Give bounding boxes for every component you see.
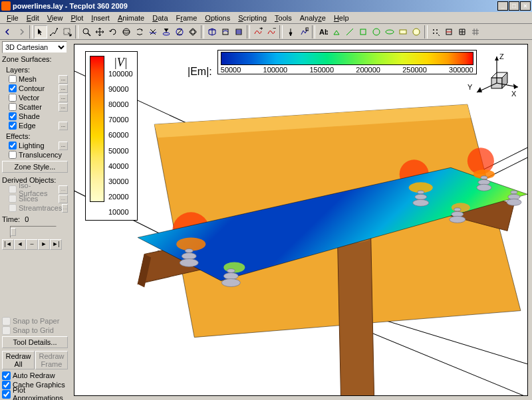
svg-point-25 — [433, 33, 434, 34]
contour-remove-tool[interactable]: − — [265, 25, 278, 39]
plot-type-select[interactable]: 3D Cartesian — [2, 41, 67, 53]
menu-scripting[interactable]: Scripting — [234, 13, 271, 23]
svg-point-19 — [373, 29, 380, 35]
extract-slice-tool[interactable] — [442, 25, 456, 39]
plot-canvas[interactable]: |V| 100000 90000 80000 70000 60000 50000… — [74, 44, 528, 396]
menu-options[interactable]: Options — [201, 13, 234, 23]
menu-analyze[interactable]: Analyze — [296, 13, 330, 23]
slices-label: Slices — [19, 195, 38, 203]
vcr-stop-button[interactable]: – — [26, 239, 38, 250]
svg-text:Ab: Ab — [319, 28, 328, 36]
menu-edit[interactable]: Edit — [23, 13, 43, 23]
vector-checkbox[interactable] — [9, 94, 17, 102]
geometry-circle-tool[interactable] — [370, 25, 383, 39]
vector-label: Vector — [19, 94, 39, 102]
twist-tool[interactable] — [133, 25, 146, 39]
grid-tool[interactable] — [456, 25, 469, 39]
contour-add-tool[interactable]: + — [251, 25, 265, 39]
create-circ-zone-tool[interactable] — [410, 25, 423, 39]
geometry-line-tool[interactable] — [330, 25, 343, 39]
svg-point-44 — [185, 249, 193, 252]
scatter-checkbox[interactable] — [9, 103, 17, 111]
pointer-tool[interactable] — [34, 25, 47, 39]
zoom-tool[interactable] — [80, 25, 93, 39]
streamtraces-details-button[interactable]: ... — [62, 204, 68, 213]
menu-insert[interactable]: Insert — [87, 13, 114, 23]
mesh-checkbox[interactable] — [9, 75, 17, 83]
group-select-tool[interactable] — [61, 25, 74, 39]
legend-v-tick: 100000 — [108, 70, 133, 78]
geometry-square-tool[interactable] — [356, 25, 370, 39]
contour-details-button[interactable]: ... — [59, 84, 68, 93]
text-tool[interactable]: Ab — [317, 25, 330, 39]
rotate-tool[interactable] — [106, 25, 120, 39]
tool-details-button[interactable]: Tool Details... — [2, 336, 68, 348]
vcr-play-button[interactable]: ► — [38, 239, 50, 250]
redraw-frame-button[interactable]: Redraw Frame — [35, 351, 68, 369]
vector-details-button[interactable]: ... — [59, 94, 68, 102]
vcr-first-button[interactable]: |◄ — [2, 239, 14, 250]
slices-checkbox — [9, 195, 17, 203]
adjust-tool[interactable] — [47, 25, 61, 39]
cache-graphics-checkbox[interactable] — [2, 381, 11, 389]
edge-checkbox[interactable] — [9, 122, 17, 130]
iso-surfaces-details-button[interactable]: ... — [59, 185, 68, 194]
lighting-checkbox[interactable] — [9, 142, 17, 150]
redo-button[interactable] — [15, 25, 28, 39]
translucency-checkbox[interactable] — [9, 151, 17, 159]
legend-h-tick: 100000 — [263, 66, 288, 74]
vcr-last-button[interactable]: ►| — [50, 239, 62, 250]
close-button[interactable]: × — [520, 1, 531, 11]
legend-h-tick: 250000 — [402, 66, 427, 74]
mesh-details-button[interactable]: ... — [59, 75, 68, 84]
contour-checkbox[interactable] — [9, 84, 17, 92]
menu-help[interactable]: Help — [330, 13, 353, 23]
streamtrace-rake-tool[interactable] — [232, 25, 245, 39]
create-rect-zone-tool[interactable] — [396, 25, 410, 39]
probe-tool[interactable] — [284, 25, 297, 39]
svg-point-7 — [163, 33, 170, 35]
lighting-label: Lighting — [19, 142, 45, 150]
menu-view[interactable]: View — [43, 13, 67, 23]
svg-point-26 — [436, 33, 438, 34]
translate-tool[interactable] — [93, 25, 106, 39]
auto-redraw-label: Auto Redraw — [13, 371, 55, 379]
rotate-y-tool[interactable] — [160, 25, 173, 39]
menu-plot[interactable]: Plot — [66, 13, 87, 23]
rotate-z-tool[interactable] — [173, 25, 186, 39]
shade-checkbox[interactable] — [9, 112, 17, 120]
menu-data[interactable]: Data — [148, 13, 172, 23]
menu-tools[interactable]: Tools — [271, 13, 296, 23]
menu-animate[interactable]: Animate — [114, 13, 148, 23]
maximize-button[interactable]: □ — [509, 1, 519, 11]
undo-button[interactable] — [1, 25, 15, 39]
plot-approx-checkbox[interactable] — [2, 390, 11, 399]
rotate-x-tool[interactable] — [146, 25, 160, 39]
minimize-button[interactable]: _ — [497, 1, 508, 11]
scatter-details-button[interactable]: ... — [59, 103, 68, 112]
svg-rect-18 — [360, 29, 366, 35]
slice-tool[interactable] — [205, 25, 219, 39]
streamtrace-tool[interactable] — [219, 25, 232, 39]
redraw-all-button[interactable]: Redraw All — [2, 351, 35, 369]
menu-file[interactable]: File — [3, 13, 23, 23]
geometry-ellipse-tool[interactable] — [383, 25, 396, 39]
time-slider[interactable] — [10, 226, 57, 238]
zone-style-button[interactable]: Zone Style... — [2, 161, 68, 173]
lighting-details-button[interactable]: ... — [59, 142, 68, 150]
extract-points-tool[interactable] — [429, 25, 442, 39]
extract-line-tool[interactable] — [297, 25, 311, 39]
slices-details-button[interactable]: ... — [59, 195, 68, 203]
menu-frame[interactable]: Frame — [172, 13, 201, 23]
svg-point-49 — [221, 279, 240, 287]
auto-redraw-checkbox[interactable] — [2, 371, 11, 380]
vcr-back-button[interactable]: ◄ — [14, 239, 26, 250]
mesh-tool[interactable] — [469, 25, 482, 39]
rollerball-tool[interactable] — [120, 25, 133, 39]
geometry-polyline-tool[interactable] — [343, 25, 356, 39]
svg-point-58 — [477, 184, 491, 191]
legend-v-tick: 90000 — [108, 85, 133, 93]
svg-point-22 — [413, 29, 420, 35]
edge-details-button[interactable]: ... — [59, 122, 68, 130]
spin-tool[interactable] — [186, 25, 200, 39]
